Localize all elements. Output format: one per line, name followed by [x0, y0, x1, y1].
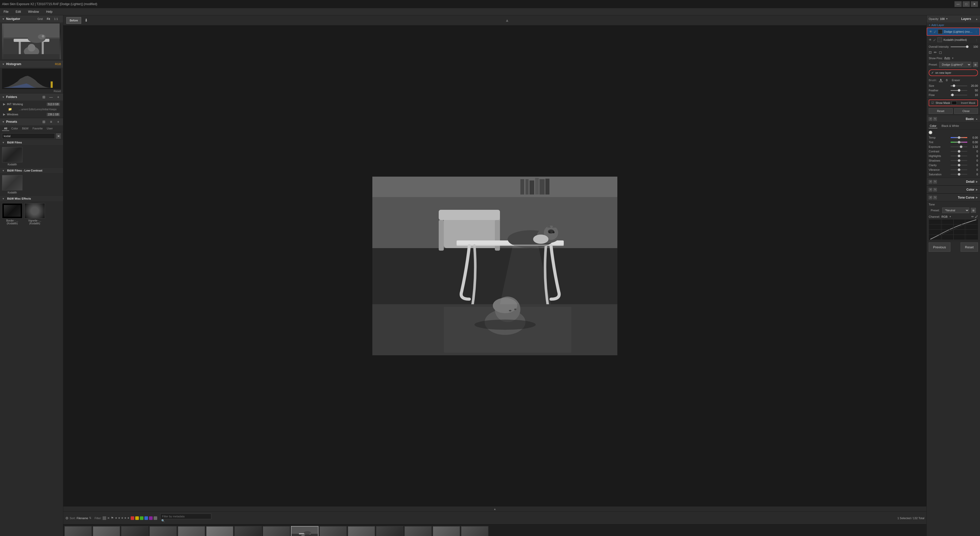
- preset-copy-button[interactable]: ⊞: [973, 62, 978, 67]
- folder-item-1[interactable]: 📁 …urrent Edits\Lenny\Initial Keeps: [2, 107, 61, 112]
- filter-star-2-icon[interactable]: ★: [118, 516, 121, 520]
- navigator-grid-btn[interactable]: Grid: [37, 17, 44, 21]
- filter-color-red[interactable]: [130, 516, 134, 520]
- preset-tab-user[interactable]: User: [45, 126, 55, 131]
- temp-slider[interactable]: [951, 137, 967, 138]
- filmstrip-thumb-14[interactable]: [433, 526, 460, 536]
- preset-select[interactable]: Dodge (Lighten)*: [939, 62, 971, 67]
- tone-curve-collapse-header[interactable]: ↺ ↻ Tone Curve ▶: [927, 194, 980, 201]
- size-slider[interactable]: [951, 86, 967, 86]
- vibrance-knob[interactable]: [958, 169, 960, 171]
- filmstrip-thumb-15[interactable]: [461, 526, 488, 536]
- preset-group-bw-low[interactable]: ▼ B&W Films - Low Contrast: [0, 168, 63, 173]
- preset-item-kodalith-2[interactable]: Kodalith: [2, 175, 22, 194]
- saturation-knob[interactable]: [958, 173, 960, 176]
- close-button[interactable]: ✕: [971, 1, 978, 7]
- preset-search-clear-button[interactable]: ✕: [56, 133, 61, 139]
- channel-picker-icon[interactable]: ✏: [971, 215, 974, 218]
- basic-left-icon[interactable]: ↺: [929, 117, 932, 121]
- maximize-button[interactable]: □: [963, 1, 970, 7]
- navigator-fit-btn[interactable]: Fit: [46, 17, 51, 21]
- highlights-knob[interactable]: [958, 155, 960, 157]
- preset-item-border[interactable]: Border - ...(Kodalith): [2, 203, 22, 225]
- detail-right-icon[interactable]: ↻: [933, 180, 937, 183]
- exposure-slider[interactable]: [951, 146, 967, 147]
- shadows-slider[interactable]: [951, 160, 967, 161]
- filmstrip-thumb-8[interactable]: [262, 526, 290, 536]
- layer-visibility-icon-0[interactable]: 👁: [929, 30, 932, 33]
- layer-more-icon-1[interactable]: ⋮: [975, 38, 978, 41]
- color-left-icon[interactable]: ↺: [929, 188, 932, 191]
- folders-minus-icon[interactable]: —: [48, 94, 54, 100]
- filter-color-purple[interactable]: [149, 516, 153, 520]
- folder-item-2[interactable]: ▶ Windows 239.1 GB: [2, 112, 61, 117]
- tint-knob[interactable]: [958, 141, 960, 143]
- folder-item-0[interactable]: ▶ INT: Working 512.0 GB: [2, 102, 61, 107]
- overall-intensity-slider[interactable]: [951, 46, 967, 47]
- presets-list-icon[interactable]: ≡: [48, 119, 54, 124]
- exposure-knob[interactable]: [960, 145, 963, 148]
- basic-right-icon[interactable]: ↻: [933, 117, 937, 121]
- contrast-knob[interactable]: [958, 150, 960, 153]
- pencil-tool-icon[interactable]: ✏: [934, 50, 937, 54]
- filmstrip-thumb-9[interactable]: [291, 526, 318, 536]
- crop-tool-icon[interactable]: ⊡: [929, 50, 932, 54]
- navigator-header[interactable]: ▼ Navigator Grid Fit 1:1: [0, 15, 63, 22]
- compare-arrow-button[interactable]: ⬇: [83, 17, 89, 23]
- bw-tab[interactable]: Black & White: [940, 124, 960, 128]
- filter-icon[interactable]: [103, 516, 106, 520]
- tint-slider[interactable]: [951, 142, 967, 143]
- preset-tab-bw[interactable]: B&W: [20, 126, 30, 131]
- filmstrip-thumb-1[interactable]: [64, 526, 92, 536]
- tone-preset-copy-button[interactable]: ⊞: [971, 208, 976, 213]
- filter-star-1-icon[interactable]: ★: [115, 516, 118, 520]
- filmstrip-search-input[interactable]: [160, 514, 211, 519]
- filter-color-blue[interactable]: [145, 516, 148, 520]
- tone-preset-select[interactable]: *Neutral: [942, 207, 969, 213]
- folders-new-icon[interactable]: ⊞: [41, 94, 47, 100]
- tone-curve-left-icon[interactable]: ↺: [929, 196, 932, 199]
- layer-more-icon-0[interactable]: ⋮: [975, 30, 977, 33]
- temp-knob[interactable]: [958, 136, 960, 139]
- filmstrip-settings-icon[interactable]: ⚙: [65, 516, 68, 520]
- invert-mask-button[interactable]: Invert Mask: [961, 101, 975, 104]
- filmstrip-thumb-11[interactable]: [348, 526, 375, 536]
- reset-button[interactable]: Reset: [929, 108, 953, 114]
- preset-search-input[interactable]: [2, 133, 55, 139]
- saturation-slider[interactable]: [951, 174, 967, 175]
- menu-help[interactable]: Help: [45, 10, 54, 14]
- filmstrip-sort-value[interactable]: Filename: [76, 517, 88, 520]
- filmstrip-collapse-arrow-icon[interactable]: ▲: [64, 507, 925, 511]
- preset-item-kodalith-1[interactable]: Kodalith: [2, 147, 22, 166]
- close-button-brush[interactable]: Close: [954, 108, 978, 114]
- overall-intensity-thumb[interactable]: [966, 45, 969, 48]
- preset-item-vignette[interactable]: Vignette -...(Kodalith): [24, 203, 45, 225]
- vibrance-slider[interactable]: [951, 169, 967, 170]
- presets-add-icon[interactable]: +: [56, 119, 61, 124]
- detail-left-icon[interactable]: ↺: [929, 180, 932, 183]
- filmstrip-thumb-3[interactable]: [121, 526, 148, 536]
- filter-star-5-icon[interactable]: ★: [127, 516, 130, 520]
- previous-button[interactable]: Previous: [929, 242, 950, 252]
- tone-curve-right-icon[interactable]: ↻: [933, 196, 937, 199]
- layer-visibility-icon-1[interactable]: 👁: [929, 38, 932, 41]
- minimize-button[interactable]: —: [955, 1, 962, 7]
- filmstrip-thumb-5[interactable]: [178, 526, 205, 536]
- menu-window[interactable]: Window: [27, 10, 41, 14]
- navigator-1-1-btn[interactable]: 1:1: [53, 17, 59, 21]
- on-new-layer-check-icon[interactable]: ✓: [931, 71, 934, 75]
- layer-tools-icon-0[interactable]: 🖊: [934, 30, 936, 33]
- brush-tab-a[interactable]: A: [939, 78, 943, 82]
- layer-item-1[interactable]: 👁 🖊 Kodalith (modified) ⋮: [927, 36, 980, 44]
- size-thumb[interactable]: [953, 84, 955, 87]
- filmstrip-thumb-2[interactable]: [93, 526, 120, 536]
- before-button[interactable]: Before: [66, 17, 81, 24]
- preset-tab-favorite[interactable]: Favorite: [30, 126, 45, 131]
- filmstrip-thumb-6[interactable]: [206, 526, 234, 536]
- brush-tab-b[interactable]: B: [945, 78, 948, 82]
- filter-star-4-icon[interactable]: ★: [124, 516, 127, 520]
- brush-tab-eraser[interactable]: Eraser: [951, 78, 961, 82]
- preset-tab-color[interactable]: Color: [9, 126, 20, 131]
- detail-collapse-header[interactable]: ↺ ↻ Detail ▶: [927, 178, 980, 186]
- feather-thumb[interactable]: [958, 89, 960, 92]
